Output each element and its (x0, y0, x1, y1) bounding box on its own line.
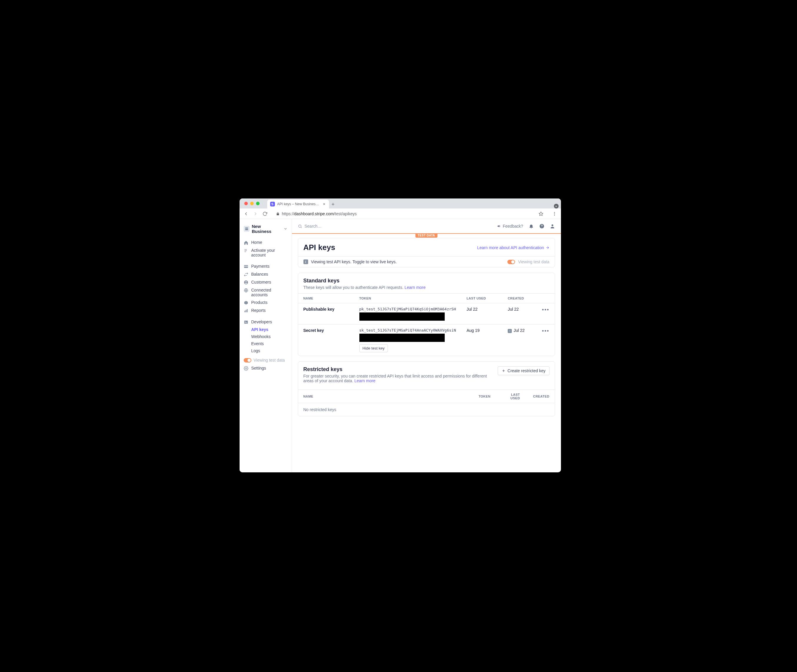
feedback-button[interactable]: Feedback? (497, 224, 523, 229)
learn-authentication-link[interactable]: Learn more about API authentication (477, 245, 549, 250)
browser-menu-icon[interactable] (550, 210, 559, 218)
topbar: Feedback? (292, 219, 561, 233)
browser-tab-strip: S API keys – New Business – Str × + ▾ (240, 198, 561, 208)
col-last-used: LAST USED (496, 390, 525, 403)
sidebar-test-mode-toggle[interactable]: Viewing test data (240, 356, 292, 364)
arrows-icon (244, 272, 248, 277)
svg-rect-5 (244, 266, 248, 267)
window-zoom-icon[interactable] (256, 202, 260, 205)
feedback-label: Feedback? (503, 224, 523, 229)
last-used-value: Aug 19 (461, 325, 502, 356)
sidebar-item-label: Activate your account (251, 248, 287, 258)
search-icon (298, 224, 302, 229)
svg-marker-0 (539, 212, 543, 216)
col-name: NAME (298, 294, 354, 303)
sidebar-item-reports[interactable]: Reports (240, 307, 292, 315)
restricted-keys-subtitle: For greater security, you can create res… (303, 374, 487, 383)
test-mode-message: Viewing test API keys. Toggle to view li… (311, 259, 397, 264)
sidebar-item-label: Customers (251, 280, 272, 285)
lock-icon (276, 212, 280, 216)
standard-keys-card: Standard keys These keys will allow you … (298, 273, 555, 356)
sidebar-item-payments[interactable]: Payments (240, 262, 292, 270)
back-button[interactable] (242, 210, 250, 218)
sidebar-item-developers[interactable]: Developers (240, 318, 292, 326)
sidebar-item-balances[interactable]: Balances (240, 270, 292, 278)
bookmark-icon[interactable] (538, 211, 543, 216)
gear-icon (244, 366, 248, 371)
new-tab-button[interactable]: + (329, 200, 337, 208)
svg-point-14 (299, 225, 301, 227)
table-row: Secret key sk_test_51JG7sTEjMGaPiQ74AnaA… (298, 325, 555, 356)
sidebar-item-products[interactable]: Products (240, 299, 292, 307)
empty-message: No restricted keys (298, 403, 555, 416)
sidebar-item-activate[interactable]: Activate your account (240, 246, 292, 259)
notifications-icon[interactable] (529, 224, 534, 229)
restricted-learn-more-link[interactable]: Learn more (355, 378, 375, 383)
create-restricted-key-button[interactable]: Create restricted key (498, 366, 549, 375)
address-bar[interactable]: https://dashboard.stripe.com/test/apikey… (273, 210, 547, 218)
stripe-favicon-icon: S (270, 202, 275, 206)
search-input[interactable] (305, 224, 364, 229)
help-icon[interactable] (539, 224, 545, 229)
toggle-switch-icon[interactable] (244, 358, 251, 363)
sidebar-item-label: Connected accounts (251, 288, 287, 297)
col-token: TOKEN (472, 390, 496, 403)
svg-point-3 (554, 215, 555, 216)
col-token: TOKEN (354, 294, 462, 303)
sidebar-item-home[interactable]: Home (240, 238, 292, 246)
account-name: New Business (252, 224, 281, 234)
table-row: Publishable key pk_test_51JG7sTEjMGaPiQ7… (298, 303, 555, 325)
key-name: Publishable key (298, 303, 354, 325)
info-icon: i (303, 259, 308, 264)
checklist-icon (244, 248, 248, 253)
standard-keys-title: Standard keys (303, 278, 549, 284)
last-used-value: Jul 22 (461, 303, 502, 325)
sidebar-item-events[interactable]: Events (240, 340, 292, 347)
redacted-block (359, 312, 445, 321)
globe-icon (244, 288, 248, 293)
sidebar-item-logs[interactable]: Logs (240, 347, 292, 354)
tab-list-icon[interactable]: ▾ (554, 204, 559, 208)
account-switcher[interactable]: New Business (240, 220, 292, 237)
standard-learn-more-link[interactable]: Learn more (404, 285, 426, 290)
sidebar-item-api-keys[interactable]: API keys (240, 326, 292, 333)
test-data-banner: TEST DATA (292, 233, 561, 234)
sidebar-item-webhooks[interactable]: Webhooks (240, 333, 292, 340)
sidebar-item-label: Balances (251, 272, 268, 277)
window-close-icon[interactable] (244, 202, 248, 205)
browser-window: S API keys – New Business – Str × + ▾ ht… (240, 198, 561, 472)
sidebar-item-settings[interactable]: Settings (240, 364, 292, 372)
key-name: Secret key (298, 325, 354, 356)
test-mode-toggle[interactable] (507, 260, 515, 264)
col-created: CREATED (525, 390, 555, 403)
window-minimize-icon[interactable] (250, 202, 254, 205)
svg-point-17 (551, 224, 553, 226)
standard-keys-table: NAME TOKEN LAST USED CREATED Publishable… (298, 293, 555, 356)
browser-tab[interactable]: S API keys – New Business – Str × (267, 200, 329, 208)
test-mode-info-row: i Viewing test API keys. Toggle to view … (298, 256, 555, 267)
search-box[interactable] (298, 224, 364, 229)
sidebar-item-connected[interactable]: Connected accounts (240, 286, 292, 299)
row-more-icon[interactable]: ••• (542, 328, 549, 334)
test-data-badge: TEST DATA (415, 233, 438, 238)
redacted-block (359, 334, 445, 342)
table-row-empty: No restricted keys (298, 403, 555, 416)
row-more-icon[interactable]: ••• (542, 307, 549, 313)
svg-rect-10 (246, 310, 246, 312)
token-value[interactable]: pk_test_51JG7sTEjMGaPiQ74KqSiOjmOM3A64zr… (359, 307, 456, 311)
tab-close-icon[interactable]: × (322, 202, 326, 206)
test-mode-toggle-label: Viewing test data (518, 259, 549, 264)
forward-button (251, 210, 260, 218)
chevron-down-icon (283, 227, 287, 231)
reload-button[interactable] (261, 210, 269, 218)
main-content: Feedback? TEST DATA (292, 219, 561, 472)
token-value[interactable]: sk_test_51JG7sTEjMGaPiQ74AnaACYy0WAXVg6s… (359, 328, 456, 333)
window-controls (243, 202, 262, 205)
sidebar-item-label: API keys (251, 327, 268, 332)
url-text: https://dashboard.stripe.com/test/apikey… (282, 211, 536, 216)
profile-icon[interactable] (550, 224, 555, 229)
hide-test-key-button[interactable]: Hide test key (359, 344, 388, 352)
sidebar-item-customers[interactable]: Customers (240, 278, 292, 286)
sidebar-item-label: Settings (251, 366, 266, 370)
card-icon (244, 264, 248, 269)
